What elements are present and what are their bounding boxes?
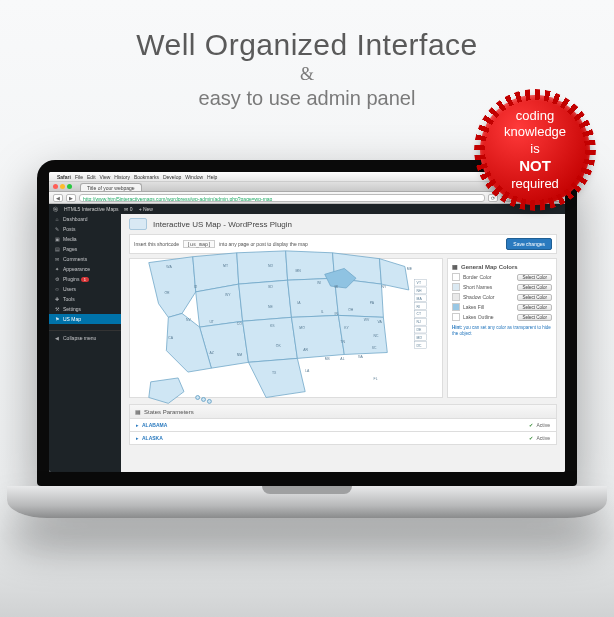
state-label[interactable]: LA [306, 369, 311, 373]
select-color-button[interactable]: Select Color [517, 284, 552, 291]
state-label[interactable]: IN [335, 312, 339, 316]
state-label[interactable]: FL [374, 377, 378, 381]
state-label[interactable]: WA [167, 265, 173, 269]
state-label[interactable]: MI [335, 285, 339, 289]
page-title: Interactive US Map - WordPress Plugin [153, 220, 292, 229]
state-label[interactable]: TX [272, 371, 277, 375]
state-label[interactable]: SC [372, 346, 377, 350]
state-label[interactable]: AR [304, 347, 309, 351]
state-label[interactable]: ID [194, 285, 198, 289]
adminbar-site-name[interactable]: HTML5 Interactive Maps [64, 206, 118, 212]
sidebar-item-pages[interactable]: ▤Pages [49, 244, 121, 254]
state-label[interactable]: MT [223, 263, 228, 267]
forward-button[interactable]: ▶ [66, 194, 76, 202]
active-check-icon: ✔ [529, 435, 533, 441]
promo-badge: coding knowledge is NOT required [480, 95, 590, 205]
menubar-item[interactable]: File [75, 174, 83, 180]
sidebar-item-media[interactable]: ▣Media [49, 234, 121, 244]
state-label[interactable]: CT [417, 312, 422, 316]
menubar-item[interactable]: Window [185, 174, 203, 180]
sidebar-item-settings[interactable]: ⚒Settings [49, 304, 121, 314]
select-color-button[interactable]: Select Color [517, 314, 552, 321]
close-dot-icon[interactable] [53, 184, 58, 189]
menubar-item[interactable]: View [100, 174, 111, 180]
state-label[interactable]: WI [317, 281, 321, 285]
state-label[interactable]: MO [300, 326, 306, 330]
state-label[interactable]: NV [186, 318, 191, 322]
save-changes-button[interactable]: Save changes [506, 238, 552, 250]
state-label[interactable]: NE [268, 304, 273, 308]
state-label[interactable]: RI [417, 304, 420, 308]
state-label[interactable]: TN [341, 340, 346, 344]
state-label[interactable]: MS [325, 357, 331, 361]
state-label[interactable]: OK [276, 344, 282, 348]
sidebar-item-users[interactable]: ☺Users [49, 284, 121, 294]
menubar-item[interactable]: Bookmarks [134, 174, 159, 180]
state-label[interactable]: DE [417, 328, 422, 332]
menubar-item[interactable]: Edit [87, 174, 96, 180]
select-color-button[interactable]: Select Color [517, 304, 552, 311]
state-label[interactable]: KY [345, 326, 350, 330]
state-label[interactable]: ND [268, 263, 273, 267]
state-label[interactable]: WY [225, 293, 231, 297]
state-label[interactable]: GA [358, 355, 364, 359]
address-bar[interactable]: http://www.html5interactivemaps.com/word… [79, 194, 485, 202]
state-label[interactable]: NY [382, 285, 387, 289]
menubar-item[interactable]: History [114, 174, 130, 180]
sidebar-item-posts[interactable]: ✎Posts [49, 224, 121, 234]
zoom-dot-icon[interactable] [67, 184, 72, 189]
state-label[interactable]: NC [374, 334, 379, 338]
state-label[interactable]: AL [341, 357, 345, 361]
minimize-dot-icon[interactable] [60, 184, 65, 189]
sidebar-item-appearance[interactable]: ✦Appearance [49, 264, 121, 274]
state-label[interactable]: OR [165, 291, 171, 295]
sidebar-icon: ⚙ [54, 276, 60, 282]
sidebar-item-tools[interactable]: ✚Tools [49, 294, 121, 304]
sidebar-item-plugins[interactable]: ⚙Plugins 1 [49, 274, 121, 284]
laptop-mockup: Safari File Edit View History Bookmarks … [37, 160, 577, 518]
state-label[interactable]: NJ [417, 320, 421, 324]
sidebar-item-label: Collapse menu [63, 335, 96, 341]
us-map-svg[interactable]: WAORCANVIDMTWYUTAZCONMNDSDNEKSOKTXMNIAMO… [139, 245, 432, 411]
state-label[interactable]: DC [417, 344, 422, 348]
state-label[interactable]: VA [378, 320, 383, 324]
select-color-button[interactable]: Select Color [517, 294, 552, 301]
sidebar-collapse-button[interactable]: ◀Collapse menu [49, 330, 121, 343]
color-row: Lakes OutlineSelect Color [452, 313, 552, 321]
state-label[interactable]: AZ [210, 351, 214, 355]
state-label[interactable]: SD [268, 285, 273, 289]
menubar-item[interactable]: Develop [163, 174, 181, 180]
select-color-button[interactable]: Select Color [517, 274, 552, 281]
sidebar-item-us-map[interactable]: ⚑US Map [49, 314, 121, 324]
state-label[interactable]: CO [237, 322, 242, 326]
sidebar-item-comments[interactable]: ✉Comments [49, 254, 121, 264]
state-label[interactable]: VT [417, 281, 421, 285]
adminbar-comments-icon[interactable]: ✉ 0 [124, 206, 132, 212]
wp-logo-icon[interactable]: ⓦ [53, 206, 58, 212]
state-label[interactable]: MN [296, 269, 302, 273]
state-label[interactable]: ME [407, 267, 413, 271]
color-name: Lakes Outline [463, 314, 514, 320]
browser-tab[interactable]: Title of your webpage [80, 183, 142, 191]
menubar-item[interactable]: Help [207, 174, 217, 180]
state-label[interactable]: UT [210, 320, 215, 324]
state-label[interactable]: KS [270, 324, 275, 328]
color-row: Lakes FillSelect Color [452, 303, 552, 311]
menubar-app-name[interactable]: Safari [57, 174, 71, 180]
back-button[interactable]: ◀ [53, 194, 63, 202]
state-label[interactable]: MA [417, 297, 423, 301]
state-label[interactable]: WV [364, 318, 370, 322]
wp-admin: ⌂Dashboard✎Posts▣Media▤Pages✉Comments✦Ap… [49, 204, 565, 472]
state-label[interactable]: PA [370, 301, 375, 305]
state-label[interactable]: NH [417, 289, 422, 293]
state-label[interactable]: MD [417, 336, 423, 340]
expand-icon: ▸ [136, 422, 139, 428]
state-label[interactable]: OH [349, 308, 355, 312]
sidebar-item-dashboard[interactable]: ⌂Dashboard [49, 214, 121, 224]
state-label[interactable]: IL [321, 310, 324, 314]
state-label[interactable]: CA [169, 336, 174, 340]
adminbar-new-button[interactable]: + New [139, 206, 153, 212]
state-row[interactable]: ▸ALASKA✔Active [129, 432, 557, 445]
state-label[interactable]: NM [237, 353, 242, 357]
state-row[interactable]: ▸ALABAMA✔Active [129, 419, 557, 432]
